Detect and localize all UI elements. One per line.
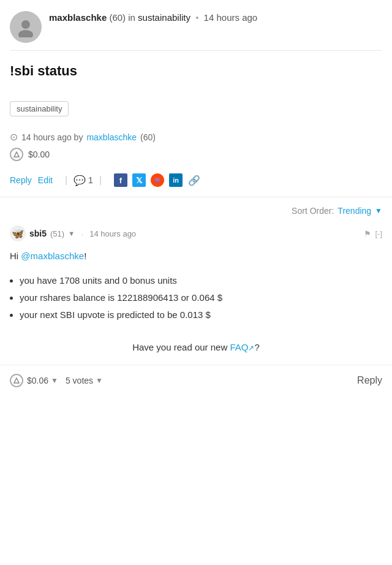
svg-marker-2 bbox=[14, 152, 19, 157]
upvote-button[interactable] bbox=[10, 148, 23, 161]
list-item: you have 1708 units and 0 bonus units bbox=[20, 273, 382, 288]
comment-vote-amount: $0.06 bbox=[27, 376, 48, 385]
comment-header: 🦋 sbi5 (51) ▼ · 14 hours ago ⚑ [-] bbox=[10, 226, 382, 241]
collapse-button[interactable]: [-] bbox=[375, 229, 382, 238]
post-footer-meta: ⊙ 14 hours ago by maxblaschke (60) $0.00 bbox=[0, 126, 392, 173]
post-author-rep: (60) bbox=[109, 12, 126, 23]
clock-icon: ⊙ bbox=[10, 131, 18, 143]
comment-vote-count[interactable]: 5 votes bbox=[66, 376, 93, 385]
action-divider-2: | bbox=[99, 175, 102, 186]
author-dropdown-icon[interactable]: ▼ bbox=[68, 230, 75, 237]
list-item: your rshares balance is 122188906413 or … bbox=[20, 290, 382, 305]
social-icons: f 𝕏 👾 in 🔗 bbox=[114, 173, 201, 187]
meta-author-link[interactable]: maxblaschke bbox=[86, 132, 137, 142]
faq-link[interactable]: FAQ bbox=[230, 342, 248, 352]
comment-body: Hi @maxblaschke! bbox=[10, 246, 382, 271]
meta-author-rep: (60) bbox=[140, 132, 156, 142]
comment-greeting: Hi bbox=[10, 251, 21, 261]
sort-dropdown-icon[interactable]: ▼ bbox=[375, 207, 382, 215]
vote-amount: $0.00 bbox=[28, 150, 50, 159]
comment-actions-right: ⚑ [-] bbox=[364, 229, 382, 238]
avatar bbox=[10, 11, 42, 43]
post-header: maxblaschke (60) in sustainability • 14 … bbox=[0, 0, 392, 50]
svg-marker-3 bbox=[14, 378, 19, 383]
post-tag[interactable]: sustainability bbox=[10, 101, 69, 116]
comment-exclamation: ! bbox=[84, 251, 86, 261]
time-author-line: ⊙ 14 hours ago by maxblaschke (60) bbox=[10, 131, 382, 143]
comment-avatar: 🦋 bbox=[10, 226, 26, 241]
comment-author-rep: (51) bbox=[50, 229, 64, 238]
comment-footer: $0.06 ▼ 5 votes ▼ Reply bbox=[0, 365, 392, 396]
action-bar: Reply Edit | 💬 1 | f 𝕏 👾 in 🔗 bbox=[0, 173, 392, 197]
post-meta: maxblaschke (60) in sustainability • 14 … bbox=[49, 11, 382, 24]
comment-dot: · bbox=[81, 229, 83, 239]
comment-author-name[interactable]: sbi5 bbox=[29, 229, 47, 238]
sort-value[interactable]: Trending bbox=[337, 206, 371, 216]
faq-suffix: ? bbox=[254, 342, 259, 352]
faq-prefix: Have you read our new bbox=[132, 342, 230, 352]
faq-section: Have you read our new FAQ↗? bbox=[10, 332, 382, 365]
sort-label: Sort Order: bbox=[292, 206, 334, 216]
comment-section: 🦋 sbi5 (51) ▼ · 14 hours ago ⚑ [-] Hi @m… bbox=[0, 222, 392, 365]
comment-icon: 💬 bbox=[74, 175, 86, 186]
reddit-share-icon[interactable]: 👾 bbox=[151, 173, 164, 187]
twitter-share-icon[interactable]: 𝕏 bbox=[132, 173, 146, 187]
linkedin-share-icon[interactable]: in bbox=[169, 173, 183, 187]
external-link-icon: ↗ bbox=[248, 344, 254, 352]
comment-button[interactable]: 💬 1 bbox=[74, 175, 93, 186]
comment-list: you have 1708 units and 0 bonus units yo… bbox=[10, 271, 382, 332]
votes-line: $0.00 bbox=[10, 148, 382, 161]
edit-link[interactable]: Edit bbox=[38, 175, 53, 185]
facebook-share-icon[interactable]: f bbox=[114, 173, 127, 187]
post-title: !sbi status bbox=[10, 63, 382, 79]
vote-amount-dropdown-icon[interactable]: ▼ bbox=[51, 376, 58, 385]
post-author-line: maxblaschke (60) in sustainability • 14 … bbox=[49, 11, 382, 24]
post-time: 14 hours ago bbox=[204, 12, 258, 23]
sbi-badge-icon: 🦋 bbox=[12, 228, 24, 240]
post-community[interactable]: sustainability bbox=[138, 12, 190, 23]
comment-count: 1 bbox=[88, 175, 93, 185]
flag-icon[interactable]: ⚑ bbox=[364, 229, 371, 238]
svg-point-1 bbox=[18, 30, 33, 37]
votes-dropdown-icon[interactable]: ▼ bbox=[96, 376, 103, 385]
svg-point-0 bbox=[21, 20, 30, 29]
comment-upvote-button[interactable] bbox=[10, 374, 23, 387]
list-item: your next SBI upvote is predicted to be … bbox=[20, 308, 382, 322]
comment-reply-button[interactable]: Reply bbox=[357, 375, 382, 386]
comment-author-section: 🦋 sbi5 (51) ▼ · 14 hours ago bbox=[10, 226, 136, 241]
sort-bar: Sort Order: Trending ▼ bbox=[0, 197, 392, 222]
action-divider: | bbox=[65, 175, 67, 186]
reply-link[interactable]: Reply bbox=[10, 175, 32, 185]
meta-time: 14 hours ago by bbox=[21, 132, 83, 142]
post-content: !sbi status bbox=[0, 51, 392, 101]
copy-link-icon[interactable]: 🔗 bbox=[187, 173, 201, 187]
tag-container: sustainability bbox=[0, 101, 392, 126]
post-in-label: in bbox=[128, 12, 138, 23]
mention-link[interactable]: @maxblaschke bbox=[21, 251, 84, 261]
post-author-name[interactable]: maxblaschke bbox=[49, 12, 107, 23]
comment-time: 14 hours ago bbox=[89, 229, 136, 238]
dot-separator: • bbox=[195, 12, 198, 23]
